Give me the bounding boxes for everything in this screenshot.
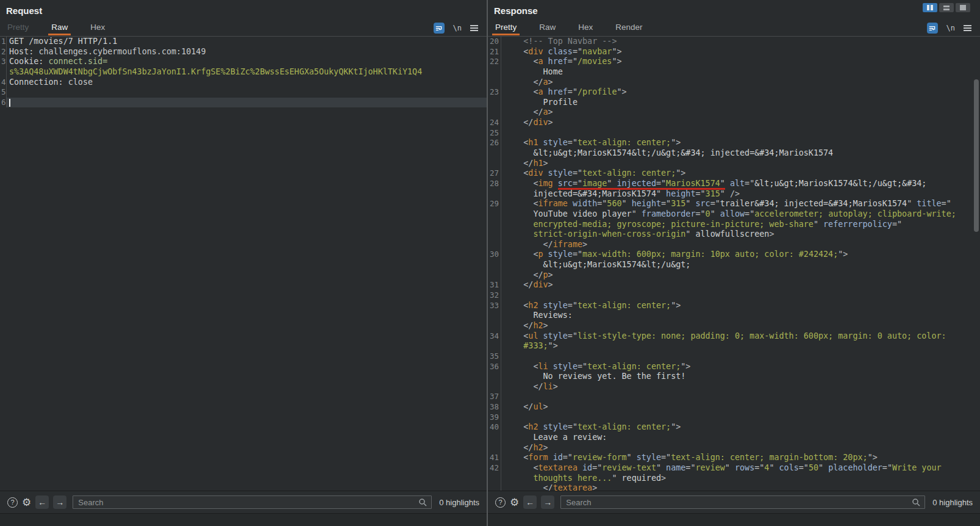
code-row[interactable]: 36<li style="text-align: center;"> [488, 362, 980, 372]
code-row[interactable]: 24</div> [488, 118, 980, 128]
code-token: height [666, 189, 695, 198]
code-row[interactable]: </h2> [488, 321, 980, 331]
tab-pretty[interactable]: Pretty [494, 23, 518, 35]
code-row[interactable]: Home [488, 67, 980, 77]
show-newlines-toggle[interactable]: \n [946, 24, 955, 32]
editor-menu-icon[interactable] [964, 24, 971, 32]
code-token: > [548, 107, 553, 117]
code-row[interactable]: </a> [488, 107, 980, 118]
code-row[interactable]: 6 [0, 98, 487, 108]
code-token: &lt;u&gt;MariosK1574&lt;/u&gt;&#34; [754, 179, 926, 188]
code-row[interactable]: 23<a href="/profile"> [488, 87, 980, 98]
code-token: style [548, 250, 573, 259]
previous-match-button[interactable]: ← [35, 495, 49, 509]
code-row[interactable]: </h1> [488, 159, 980, 169]
code-row[interactable]: &lt;u&gt;MariosK1574&lt;/u&gt;&#34; inje… [488, 148, 980, 159]
code-row[interactable]: 34<ul style="list-style-type: none; padd… [488, 331, 980, 342]
tab-raw[interactable]: Raw [538, 23, 557, 35]
code-row[interactable]: 37 [488, 392, 980, 402]
code-row[interactable]: </h2> [488, 443, 980, 453]
code-row[interactable]: Leave a review: [488, 433, 980, 443]
help-icon[interactable]: ? [7, 497, 18, 508]
code-line [501, 392, 980, 402]
panel-splitter[interactable] [487, 0, 488, 526]
code-row[interactable]: 27<div style="text-align: center;"> [488, 168, 980, 179]
tab-hex[interactable]: Hex [89, 23, 106, 35]
code-row[interactable]: strict-origin-when-cross-origin" allowfu… [488, 229, 980, 240]
layout-columns-button[interactable] [923, 3, 937, 12]
word-wrap-toggle-button[interactable] [927, 23, 938, 34]
code-row[interactable]: encrypted-media; gyroscope; picture-in-p… [488, 220, 980, 230]
code-row[interactable]: 35 [488, 351, 980, 362]
code-row[interactable]: 2Host: challenges.cybermouflons.com:1014… [0, 47, 487, 57]
code-row[interactable]: 5 [0, 87, 487, 98]
code-row[interactable]: </textarea> [488, 483, 980, 491]
line-number: 41 [488, 453, 501, 463]
code-row[interactable]: thoughts here..." required> [488, 474, 980, 484]
search-settings-gear-icon[interactable]: ⚙ [22, 497, 31, 508]
code-token: =" [695, 189, 705, 198]
code-row[interactable]: 39 [488, 413, 980, 423]
code-row[interactable]: 42<textarea id="review-text" name="revie… [488, 463, 980, 474]
code-row[interactable]: 25 [488, 128, 980, 139]
code-token: a [543, 107, 548, 117]
code-row[interactable]: 4Connection: close [0, 77, 487, 88]
code-row[interactable]: </li> [488, 382, 980, 392]
code-row[interactable]: 21<div class="navbar"> [488, 47, 980, 57]
code-token: textarea [553, 483, 593, 491]
response-scrollbar-thumb[interactable] [974, 79, 979, 232]
code-row[interactable]: 32 [488, 290, 980, 301]
layout-single-button[interactable] [956, 3, 970, 12]
code-row[interactable]: 38</ul> [488, 402, 980, 413]
code-token: "> [612, 57, 621, 66]
help-icon[interactable]: ? [495, 497, 506, 508]
code-row[interactable]: s%3AQ48uXWDW4tNbgCjwObfSn43bzJaYonI1.Krf… [0, 67, 487, 77]
code-token: width [573, 199, 597, 208]
code-row[interactable]: 3Cookie: connect.sid= [0, 57, 487, 67]
code-row[interactable]: &lt;u&gt;MariosK1574&lt;/u&gt; [488, 260, 980, 270]
code-row[interactable]: 26<h1 style="text-align: center;"> [488, 138, 980, 148]
editor-menu-icon[interactable] [470, 24, 478, 32]
code-row[interactable]: 20<!-- Top Navbar --> [488, 37, 980, 47]
code-line: Host: challenges.cybermouflons.com:10149 [7, 47, 487, 57]
layout-stacked-button[interactable] [939, 3, 954, 12]
code-row[interactable]: </a> [488, 77, 980, 88]
code-row[interactable]: injected=&#34;MariosK1574" height="315" … [488, 189, 980, 200]
previous-match-button[interactable]: ← [523, 495, 537, 509]
code-row[interactable]: </p> [488, 270, 980, 281]
code-row[interactable]: Profile [488, 98, 980, 108]
tab-hex[interactable]: Hex [577, 23, 594, 35]
response-editor[interactable]: 20<!-- Top Navbar -->21<div class="navba… [488, 37, 980, 491]
code-row[interactable]: #333;"> [488, 341, 980, 351]
code-row[interactable]: </iframe> [488, 240, 980, 250]
tab-raw[interactable]: Raw [50, 23, 69, 35]
code-row[interactable]: 31</div> [488, 280, 980, 290]
line-number: 35 [488, 351, 501, 362]
code-row[interactable]: No reviews yet. Be the first! [488, 372, 980, 382]
code-token: close [68, 77, 93, 87]
code-row[interactable]: 30<p style="max-width: 600px; margin: 10… [488, 250, 980, 260]
tab-render[interactable]: Render [614, 23, 643, 35]
request-search-input[interactable] [73, 495, 432, 509]
search-settings-gear-icon[interactable]: ⚙ [510, 497, 519, 508]
code-row[interactable]: 33<h2 style="text-align: center;"> [488, 301, 980, 311]
code-row[interactable]: 28<img src="image" injected="MariosK1574… [488, 179, 980, 189]
code-row[interactable]: 22<a href="/movies"> [488, 57, 980, 67]
show-newlines-toggle[interactable]: \n [453, 24, 462, 32]
request-editor[interactable]: 1GET /movies/7 HTTP/1.12Host: challenges… [0, 37, 487, 491]
response-search-input[interactable] [560, 495, 925, 509]
line-number [488, 321, 501, 331]
next-match-button[interactable]: → [541, 495, 554, 509]
next-match-button[interactable]: → [53, 495, 66, 509]
word-wrap-toggle-button[interactable] [434, 23, 445, 34]
code-token: =" [745, 179, 754, 188]
code-row[interactable]: Reviews: [488, 311, 980, 321]
code-token: =" [573, 179, 582, 190]
code-row[interactable]: 1GET /movies/7 HTTP/1.1 [0, 37, 487, 47]
code-row[interactable]: 41<form id="review-form" style="text-ali… [488, 453, 980, 463]
code-token: style [553, 362, 578, 371]
code-line: Cookie: connect.sid= [7, 57, 487, 67]
code-row[interactable]: YouTube video player" frameborder="0" al… [488, 209, 980, 220]
code-row[interactable]: 40<h2 style="text-align: center;"> [488, 422, 980, 433]
code-row[interactable]: 29<iframe width="560" height="315" src="… [488, 199, 980, 209]
